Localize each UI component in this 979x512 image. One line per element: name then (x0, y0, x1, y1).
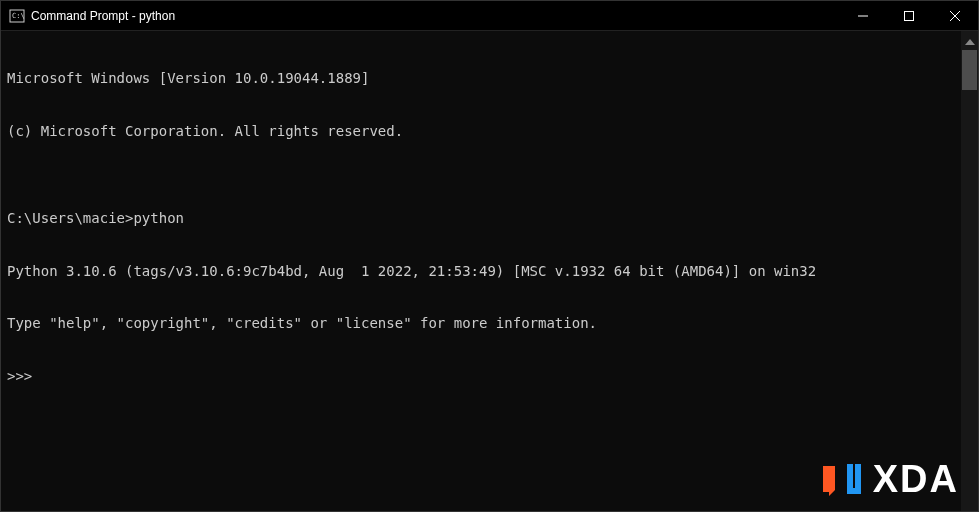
scroll-up-arrow-icon[interactable] (962, 33, 977, 50)
titlebar-left: C:\ Command Prompt - python (1, 8, 175, 24)
svg-rect-3 (905, 11, 914, 20)
xda-text: XDA (873, 458, 959, 501)
cmd-icon: C:\ (9, 8, 25, 24)
prompt-line: C:\Users\macie>python (7, 210, 955, 228)
window-controls (840, 1, 978, 30)
output-line: (c) Microsoft Corporation. All rights re… (7, 123, 955, 141)
svg-text:C:\: C:\ (12, 12, 25, 20)
terminal-content[interactable]: Microsoft Windows [Version 10.0.19044.18… (1, 31, 961, 511)
scroll-thumb[interactable] (962, 50, 977, 90)
python-help-line: Type "help", "copyright", "credits" or "… (7, 315, 955, 333)
minimize-button[interactable] (840, 1, 886, 30)
command-prompt-window: C:\ Command Prompt - python (0, 0, 979, 512)
vertical-scrollbar[interactable] (961, 31, 978, 511)
repl-prompt[interactable]: >>> (7, 368, 955, 386)
python-version-line: Python 3.10.6 (tags/v3.10.6:9c7b4bd, Aug… (7, 263, 955, 281)
xda-logo-icon (819, 456, 865, 502)
xda-watermark: XDA (819, 456, 959, 502)
output-line: Microsoft Windows [Version 10.0.19044.18… (7, 70, 955, 88)
maximize-button[interactable] (886, 1, 932, 30)
terminal-area[interactable]: Microsoft Windows [Version 10.0.19044.18… (1, 31, 978, 511)
titlebar[interactable]: C:\ Command Prompt - python (1, 1, 978, 31)
window-title: Command Prompt - python (31, 9, 175, 23)
close-button[interactable] (932, 1, 978, 30)
